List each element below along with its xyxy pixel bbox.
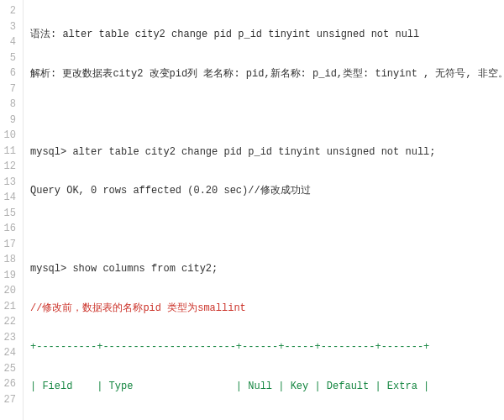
line-number: 13 bbox=[3, 175, 16, 191]
line-number: 14 bbox=[3, 190, 16, 206]
code-line: 解析: 更改数据表city2 改变pid列 老名称: pid,新名称: p_id… bbox=[30, 66, 504, 82]
line-number: 22 bbox=[3, 314, 16, 330]
line-number: 5 bbox=[3, 50, 16, 66]
line-number: 10 bbox=[3, 128, 16, 144]
code-line: mysql> show columns from city2; bbox=[30, 261, 504, 277]
line-number: 7 bbox=[3, 81, 16, 97]
code-editor: 2 3 4 5 6 7 8 9 10 11 12 13 14 15 16 17 … bbox=[0, 0, 504, 420]
line-number: 16 bbox=[3, 221, 16, 237]
line-number: 11 bbox=[3, 144, 16, 160]
line-number: 12 bbox=[3, 159, 16, 175]
line-number: 9 bbox=[3, 113, 16, 129]
line-number: 18 bbox=[3, 252, 16, 268]
code-line bbox=[30, 223, 504, 239]
code-line-comment: //修改前，数据表的名称pid 类型为smallint bbox=[30, 301, 504, 317]
code-line bbox=[30, 105, 504, 121]
code-line-table-header: | Field | Type | Null | Key | Default | … bbox=[30, 379, 504, 395]
line-number: 3 bbox=[3, 19, 16, 35]
line-number: 23 bbox=[3, 330, 16, 346]
line-number: 17 bbox=[3, 237, 16, 253]
line-number: 19 bbox=[3, 268, 16, 284]
line-number-gutter: 2 3 4 5 6 7 8 9 10 11 12 13 14 15 16 17 … bbox=[0, 0, 24, 420]
line-number: 25 bbox=[3, 361, 16, 377]
code-line: mysql> alter table city2 change pid p_id… bbox=[30, 144, 504, 160]
line-number: 20 bbox=[3, 283, 16, 299]
line-number: 6 bbox=[3, 66, 16, 81]
line-number: 24 bbox=[3, 345, 16, 361]
line-number: 27 bbox=[3, 392, 16, 408]
code-line-table-border: +----------+----------------------+-----… bbox=[30, 339, 504, 355]
line-number: 21 bbox=[3, 299, 16, 315]
line-number: 8 bbox=[3, 97, 16, 113]
line-number: 2 bbox=[3, 3, 16, 19]
line-number: 4 bbox=[3, 34, 16, 50]
code-line: 语法: alter table city2 change pid p_id ti… bbox=[30, 27, 504, 43]
line-number: 26 bbox=[3, 376, 16, 392]
line-number: 15 bbox=[3, 206, 16, 222]
code-area[interactable]: 语法: alter table city2 change pid p_id ti… bbox=[24, 0, 504, 420]
code-line: Query OK, 0 rows affected (0.20 sec)//修改… bbox=[30, 183, 504, 199]
